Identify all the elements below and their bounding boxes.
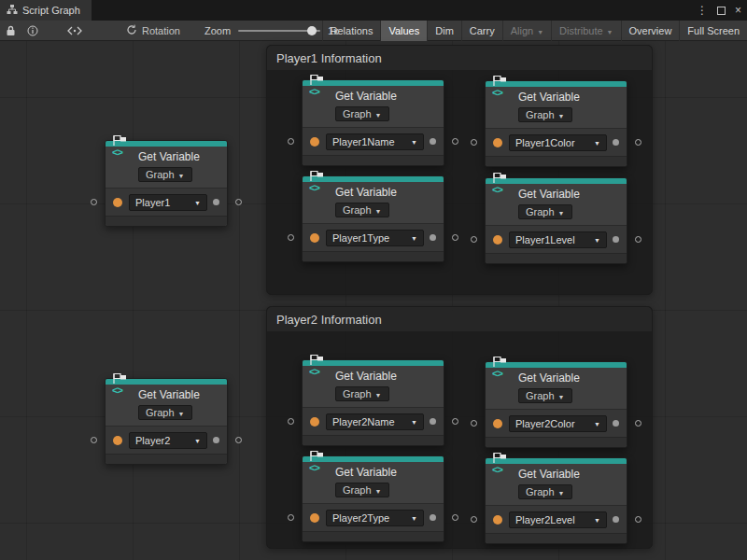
get-variable-node-player2name[interactable]: <> Get Variable Graph ▼ Player2Name ▼ xyxy=(302,359,444,446)
value-output-dot[interactable] xyxy=(430,514,436,521)
value-output-dot[interactable] xyxy=(613,516,619,523)
variable-input-dot[interactable] xyxy=(310,137,319,147)
variable-dropdown[interactable]: Player2Name ▼ xyxy=(326,413,424,430)
toolbar-button-overview[interactable]: Overview xyxy=(621,21,680,41)
zoom-label: Zoom xyxy=(204,25,231,36)
get-variable-node-player1name[interactable]: <> Get Variable Graph ▼ Player1Name ▼ xyxy=(302,79,444,166)
value-output-dot[interactable] xyxy=(213,437,219,443)
toolbar-button-values[interactable]: Values xyxy=(380,21,427,41)
input-port[interactable] xyxy=(471,516,477,523)
toolbar-button-align[interactable]: Align ▼ xyxy=(502,21,551,41)
graph-kind-label: Graph xyxy=(146,407,175,418)
input-port[interactable] xyxy=(91,199,97,205)
input-port[interactable] xyxy=(288,234,294,241)
align-label: Align xyxy=(511,25,533,36)
output-port[interactable] xyxy=(235,437,242,443)
maximize-icon[interactable] xyxy=(717,7,726,15)
value-output-dot[interactable] xyxy=(613,139,619,146)
graph-kind-dropdown[interactable]: Graph ▼ xyxy=(138,405,192,420)
get-variable-node-player2color[interactable]: <> Get Variable Graph ▼ Player2Color ▼ xyxy=(485,361,627,448)
variable-input-dot[interactable] xyxy=(113,436,122,445)
output-port[interactable] xyxy=(452,234,458,241)
input-port[interactable] xyxy=(288,514,294,521)
output-port[interactable] xyxy=(452,138,458,145)
output-port[interactable] xyxy=(452,418,458,425)
tab-script-graph[interactable]: Script Graph xyxy=(0,0,92,21)
output-port[interactable] xyxy=(235,199,242,205)
get-variable-node-player1color[interactable]: <> Get Variable Graph ▼ Player1Color ▼ xyxy=(485,80,627,167)
get-variable-node-player2level[interactable]: <> Get Variable Graph ▼ Player2Level ▼ xyxy=(485,457,627,544)
output-port[interactable] xyxy=(635,139,641,146)
get-variable-node-player1[interactable]: <> Get Variable Graph ▼ Player1 ▼ xyxy=(105,140,228,227)
zoom-slider-handle[interactable] xyxy=(307,26,317,35)
info-icon[interactable] xyxy=(21,21,44,41)
get-variable-node-player1type[interactable]: <> Get Variable Graph ▼ Player1Type ▼ xyxy=(302,175,444,262)
graph-kind-label: Graph xyxy=(343,484,372,496)
variable-dropdown[interactable]: Player1Level ▼ xyxy=(509,231,607,248)
value-output-dot[interactable] xyxy=(430,234,436,241)
toolbar-button-carry[interactable]: Carry xyxy=(461,21,502,41)
variable-input-dot[interactable] xyxy=(493,419,502,428)
variable-dropdown[interactable]: Player1Color ▼ xyxy=(509,134,607,151)
toolbar-button-fullscreen[interactable]: Full Screen xyxy=(679,21,747,41)
variable-dropdown[interactable]: Player2Type ▼ xyxy=(326,510,424,526)
get-variable-node-player2type[interactable]: <> Get Variable Graph ▼ Player2Type ▼ xyxy=(302,455,444,542)
node-title: Get Variable xyxy=(335,186,436,199)
group-title[interactable]: Player1 Information xyxy=(267,46,652,70)
window-menu-icon[interactable]: ⋮ xyxy=(697,5,708,16)
output-port[interactable] xyxy=(635,420,641,427)
input-port[interactable] xyxy=(471,139,477,146)
value-output-dot[interactable] xyxy=(430,418,436,425)
lock-icon[interactable] xyxy=(0,21,21,41)
input-port[interactable] xyxy=(471,420,477,427)
graph-kind-dropdown[interactable]: Graph ▼ xyxy=(335,203,389,217)
variable-input-dot[interactable] xyxy=(493,138,502,147)
variable-dropdown[interactable]: Player2Level ▼ xyxy=(509,511,607,528)
value-output-dot[interactable] xyxy=(613,236,619,243)
input-port[interactable] xyxy=(288,418,294,425)
get-variable-node-player2[interactable]: <> Get Variable Graph ▼ Player2 ▼ xyxy=(105,378,228,465)
value-output-dot[interactable] xyxy=(430,138,436,145)
graph-kind-label: Graph xyxy=(526,109,555,120)
variable-dropdown[interactable]: Player1 ▼ xyxy=(129,194,207,211)
toolbar-button-relations[interactable]: Relations xyxy=(322,21,381,41)
variable-dropdown[interactable]: Player1Name ▼ xyxy=(326,133,424,150)
variable-input-dot[interactable] xyxy=(310,513,319,523)
get-variable-node-player1level[interactable]: <> Get Variable Graph ▼ Player1Level ▼ xyxy=(485,177,627,264)
close-icon[interactable]: × xyxy=(735,5,741,16)
input-port[interactable] xyxy=(288,138,294,145)
variable-input-dot[interactable] xyxy=(113,198,122,207)
node-footer xyxy=(106,454,227,464)
input-port[interactable] xyxy=(91,437,97,443)
graph-kind-dropdown[interactable]: Graph ▼ xyxy=(518,204,572,219)
output-port[interactable] xyxy=(452,514,458,521)
value-output-dot[interactable] xyxy=(613,420,619,427)
output-port[interactable] xyxy=(635,516,641,523)
variable-input-dot[interactable] xyxy=(493,515,502,525)
toolbar-button-distribute[interactable]: Distribute ▼ xyxy=(551,21,620,41)
input-port[interactable] xyxy=(471,236,477,243)
graph-kind-dropdown[interactable]: Graph ▼ xyxy=(335,386,389,401)
chevron-down-icon: ▼ xyxy=(375,392,382,399)
graph-kind-dropdown[interactable]: Graph ▼ xyxy=(518,484,572,499)
zoom-slider[interactable] xyxy=(238,25,320,36)
variable-dropdown[interactable]: Player1Type ▼ xyxy=(326,230,424,246)
output-port[interactable] xyxy=(635,236,641,243)
variable-input-dot[interactable] xyxy=(493,235,502,245)
variable-input-dot[interactable] xyxy=(310,417,319,427)
group-title[interactable]: Player2 Information xyxy=(267,307,652,331)
variable-chevrons-icon: <> xyxy=(309,86,319,97)
graph-kind-dropdown[interactable]: Graph ▼ xyxy=(138,167,192,182)
graph-kind-dropdown[interactable]: Graph ▼ xyxy=(518,388,572,403)
variable-dropdown[interactable]: Player2 ▼ xyxy=(129,432,207,449)
variable-input-dot[interactable] xyxy=(310,233,319,243)
value-output-dot[interactable] xyxy=(213,199,219,205)
graph-kind-dropdown[interactable]: Graph ▼ xyxy=(518,107,572,122)
variable-dropdown[interactable]: Player2Color ▼ xyxy=(509,415,607,432)
graph-kind-dropdown[interactable]: Graph ▼ xyxy=(335,106,389,121)
toolbar-button-dim[interactable]: Dim xyxy=(427,21,461,41)
graph-kind-dropdown[interactable]: Graph ▼ xyxy=(335,483,389,497)
code-toggle-icon[interactable] xyxy=(61,21,89,41)
graph-canvas[interactable]: Player1 Information Player2 Information … xyxy=(0,41,747,560)
distribute-label: Distribute xyxy=(559,25,602,36)
